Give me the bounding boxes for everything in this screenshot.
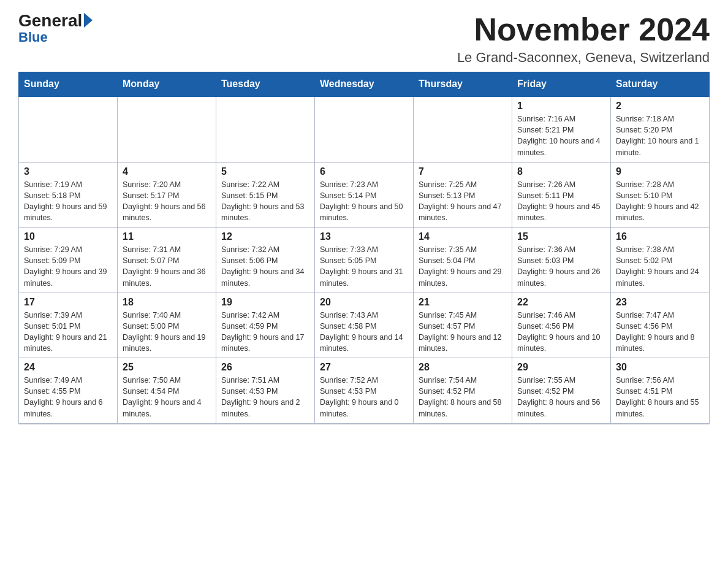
calendar-cell: 2Sunrise: 7:18 AMSunset: 5:20 PMDaylight… bbox=[611, 96, 710, 162]
calendar-cell: 17Sunrise: 7:39 AMSunset: 5:01 PMDayligh… bbox=[19, 293, 118, 358]
day-number: 28 bbox=[419, 362, 507, 373]
day-number: 6 bbox=[320, 166, 408, 177]
calendar-cell: 3Sunrise: 7:19 AMSunset: 5:18 PMDaylight… bbox=[19, 162, 118, 228]
calendar-cell: 22Sunrise: 7:46 AMSunset: 4:56 PMDayligh… bbox=[512, 293, 611, 358]
weekday-header-tuesday: Tuesday bbox=[216, 72, 315, 97]
day-info: Sunrise: 7:29 AMSunset: 5:09 PMDaylight:… bbox=[24, 244, 112, 289]
day-number: 8 bbox=[517, 166, 605, 177]
day-number: 27 bbox=[320, 362, 408, 373]
day-number: 15 bbox=[517, 231, 605, 242]
calendar-cell: 18Sunrise: 7:40 AMSunset: 5:00 PMDayligh… bbox=[118, 293, 216, 358]
calendar-cell: 10Sunrise: 7:29 AMSunset: 5:09 PMDayligh… bbox=[19, 228, 118, 293]
day-number: 18 bbox=[123, 297, 211, 308]
day-info: Sunrise: 7:55 AMSunset: 4:52 PMDaylight:… bbox=[517, 375, 605, 419]
calendar-cell: 20Sunrise: 7:43 AMSunset: 4:58 PMDayligh… bbox=[315, 293, 414, 358]
header: General Blue November 2024 Le Grand-Saco… bbox=[18, 12, 710, 66]
day-number: 30 bbox=[616, 362, 704, 373]
day-info: Sunrise: 7:38 AMSunset: 5:02 PMDaylight:… bbox=[616, 244, 704, 289]
calendar-cell: 1Sunrise: 7:16 AMSunset: 5:21 PMDaylight… bbox=[512, 96, 611, 162]
calendar-cell bbox=[216, 96, 315, 162]
weekday-header-sunday: Sunday bbox=[19, 72, 118, 97]
day-number: 14 bbox=[419, 231, 507, 242]
day-info: Sunrise: 7:36 AMSunset: 5:03 PMDaylight:… bbox=[517, 244, 605, 289]
weekday-header-thursday: Thursday bbox=[414, 72, 512, 97]
day-info: Sunrise: 7:54 AMSunset: 4:52 PMDaylight:… bbox=[419, 375, 507, 419]
day-number: 23 bbox=[616, 297, 704, 308]
calendar-header: SundayMondayTuesdayWednesdayThursdayFrid… bbox=[19, 72, 710, 97]
day-number: 29 bbox=[517, 362, 605, 373]
day-info: Sunrise: 7:47 AMSunset: 4:56 PMDaylight:… bbox=[616, 310, 704, 354]
day-info: Sunrise: 7:33 AMSunset: 5:05 PMDaylight:… bbox=[320, 244, 408, 289]
title-area: November 2024 Le Grand-Saconnex, Geneva,… bbox=[457, 12, 710, 66]
calendar-cell: 27Sunrise: 7:52 AMSunset: 4:53 PMDayligh… bbox=[315, 358, 414, 424]
logo-arrow-icon bbox=[84, 13, 93, 28]
calendar-cell bbox=[118, 96, 216, 162]
day-info: Sunrise: 7:42 AMSunset: 4:59 PMDaylight:… bbox=[221, 310, 309, 354]
day-info: Sunrise: 7:32 AMSunset: 5:06 PMDaylight:… bbox=[221, 244, 309, 289]
day-number: 25 bbox=[123, 362, 211, 373]
calendar-cell: 13Sunrise: 7:33 AMSunset: 5:05 PMDayligh… bbox=[315, 228, 414, 293]
calendar-week-row: 17Sunrise: 7:39 AMSunset: 5:01 PMDayligh… bbox=[19, 293, 710, 358]
day-info: Sunrise: 7:16 AMSunset: 5:21 PMDaylight:… bbox=[517, 113, 605, 158]
calendar-cell: 26Sunrise: 7:51 AMSunset: 4:53 PMDayligh… bbox=[216, 358, 315, 424]
calendar-week-row: 10Sunrise: 7:29 AMSunset: 5:09 PMDayligh… bbox=[19, 228, 710, 293]
day-info: Sunrise: 7:22 AMSunset: 5:15 PMDaylight:… bbox=[221, 179, 309, 224]
day-info: Sunrise: 7:52 AMSunset: 4:53 PMDaylight:… bbox=[320, 375, 408, 419]
calendar-cell: 4Sunrise: 7:20 AMSunset: 5:17 PMDaylight… bbox=[118, 162, 216, 228]
calendar-cell: 8Sunrise: 7:26 AMSunset: 5:11 PMDaylight… bbox=[512, 162, 611, 228]
day-info: Sunrise: 7:26 AMSunset: 5:11 PMDaylight:… bbox=[517, 179, 605, 224]
day-number: 20 bbox=[320, 297, 408, 308]
day-number: 21 bbox=[419, 297, 507, 308]
day-number: 19 bbox=[221, 297, 309, 308]
day-number: 24 bbox=[24, 362, 112, 373]
day-info: Sunrise: 7:25 AMSunset: 5:13 PMDaylight:… bbox=[419, 179, 507, 224]
day-info: Sunrise: 7:28 AMSunset: 5:10 PMDaylight:… bbox=[616, 179, 704, 224]
day-info: Sunrise: 7:18 AMSunset: 5:20 PMDaylight:… bbox=[616, 113, 704, 158]
day-number: 5 bbox=[221, 166, 309, 177]
day-number: 26 bbox=[221, 362, 309, 373]
logo-blue-text: Blue bbox=[18, 31, 48, 44]
calendar-cell: 11Sunrise: 7:31 AMSunset: 5:07 PMDayligh… bbox=[118, 228, 216, 293]
day-info: Sunrise: 7:20 AMSunset: 5:17 PMDaylight:… bbox=[123, 179, 211, 224]
calendar-cell: 21Sunrise: 7:45 AMSunset: 4:57 PMDayligh… bbox=[414, 293, 512, 358]
day-info: Sunrise: 7:49 AMSunset: 4:55 PMDaylight:… bbox=[24, 375, 112, 419]
calendar-cell: 12Sunrise: 7:32 AMSunset: 5:06 PMDayligh… bbox=[216, 228, 315, 293]
day-number: 4 bbox=[123, 166, 211, 177]
day-number: 9 bbox=[616, 166, 704, 177]
calendar-week-row: 1Sunrise: 7:16 AMSunset: 5:21 PMDaylight… bbox=[19, 96, 710, 162]
logo: General Blue bbox=[18, 12, 93, 44]
calendar-cell: 15Sunrise: 7:36 AMSunset: 5:03 PMDayligh… bbox=[512, 228, 611, 293]
calendar: SundayMondayTuesdayWednesdayThursdayFrid… bbox=[18, 72, 710, 424]
day-number: 2 bbox=[616, 101, 704, 112]
day-info: Sunrise: 7:43 AMSunset: 4:58 PMDaylight:… bbox=[320, 310, 408, 354]
calendar-cell: 29Sunrise: 7:55 AMSunset: 4:52 PMDayligh… bbox=[512, 358, 611, 424]
calendar-cell bbox=[414, 96, 512, 162]
calendar-cell: 9Sunrise: 7:28 AMSunset: 5:10 PMDaylight… bbox=[611, 162, 710, 228]
day-info: Sunrise: 7:39 AMSunset: 5:01 PMDaylight:… bbox=[24, 310, 112, 354]
calendar-cell: 6Sunrise: 7:23 AMSunset: 5:14 PMDaylight… bbox=[315, 162, 414, 228]
calendar-cell: 16Sunrise: 7:38 AMSunset: 5:02 PMDayligh… bbox=[611, 228, 710, 293]
day-number: 17 bbox=[24, 297, 112, 308]
day-number: 22 bbox=[517, 297, 605, 308]
weekday-header-saturday: Saturday bbox=[611, 72, 710, 97]
day-number: 16 bbox=[616, 231, 704, 242]
calendar-week-row: 3Sunrise: 7:19 AMSunset: 5:18 PMDaylight… bbox=[19, 162, 710, 228]
calendar-cell: 23Sunrise: 7:47 AMSunset: 4:56 PMDayligh… bbox=[611, 293, 710, 358]
calendar-cell: 5Sunrise: 7:22 AMSunset: 5:15 PMDaylight… bbox=[216, 162, 315, 228]
weekday-header-row: SundayMondayTuesdayWednesdayThursdayFrid… bbox=[19, 72, 710, 97]
day-info: Sunrise: 7:23 AMSunset: 5:14 PMDaylight:… bbox=[320, 179, 408, 224]
weekday-header-wednesday: Wednesday bbox=[315, 72, 414, 97]
day-info: Sunrise: 7:56 AMSunset: 4:51 PMDaylight:… bbox=[616, 375, 704, 419]
weekday-header-friday: Friday bbox=[512, 72, 611, 97]
day-info: Sunrise: 7:46 AMSunset: 4:56 PMDaylight:… bbox=[517, 310, 605, 354]
day-number: 13 bbox=[320, 231, 408, 242]
calendar-cell bbox=[315, 96, 414, 162]
weekday-header-monday: Monday bbox=[118, 72, 216, 97]
calendar-cell: 7Sunrise: 7:25 AMSunset: 5:13 PMDaylight… bbox=[414, 162, 512, 228]
calendar-cell: 19Sunrise: 7:42 AMSunset: 4:59 PMDayligh… bbox=[216, 293, 315, 358]
day-info: Sunrise: 7:19 AMSunset: 5:18 PMDaylight:… bbox=[24, 179, 112, 224]
day-info: Sunrise: 7:40 AMSunset: 5:00 PMDaylight:… bbox=[123, 310, 211, 354]
calendar-cell: 28Sunrise: 7:54 AMSunset: 4:52 PMDayligh… bbox=[414, 358, 512, 424]
day-info: Sunrise: 7:50 AMSunset: 4:54 PMDaylight:… bbox=[123, 375, 211, 419]
day-number: 12 bbox=[221, 231, 309, 242]
